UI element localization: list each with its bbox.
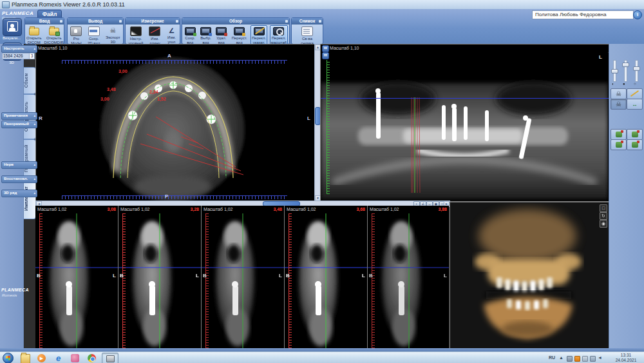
angle-icon: ∠ (166, 26, 176, 35)
move-volume-button[interactable]: ↔ (627, 99, 643, 110)
skull-clip-button[interactable]: ☠ (611, 99, 627, 110)
patient-name-dropdown[interactable]: Политова Любовь Федоровна (532, 10, 634, 19)
folder-plus-icon (49, 28, 59, 35)
save-view-button[interactable]: Сохр.вид (184, 25, 197, 46)
group-launcher-icon[interactable] (60, 20, 62, 23)
group-launcher-icon[interactable] (319, 20, 321, 23)
pinned-app-icon[interactable] (71, 354, 79, 362)
tab-volume[interactable]: Объем (24, 67, 36, 94)
ribbon-group-title: Ввод (25, 18, 64, 25)
pano-slice-tool[interactable] (627, 139, 643, 150)
slice-position-value: 3,68 (356, 206, 365, 213)
arch-adjust-icon (616, 142, 622, 148)
panoramic-view-canvas[interactable]: L (321, 52, 609, 201)
panoramic-slice-line[interactable] (321, 98, 609, 99)
tab-panoramic[interactable]: Панорамный (24, 139, 36, 178)
skull-render-button[interactable]: ☠ (611, 88, 627, 99)
slider-thumb[interactable] (611, 69, 618, 74)
clock-date: 24.04.2021 (611, 358, 641, 363)
monitor-save-icon (185, 27, 196, 35)
measurement-label[interactable]: 3,48 (107, 87, 116, 92)
orientation-marker-right: R (39, 115, 43, 121)
cross-section-slice[interactable]: Масштаб 1,023,88 B L (368, 206, 449, 348)
slice-vertical-ruler (122, 213, 126, 348)
levels-histogram-icon (130, 26, 142, 36)
panel-panoramic-header[interactable]: Панорамный▴ (1, 121, 37, 128)
marker-buccal: B (286, 273, 290, 279)
group-launcher-icon[interactable] (285, 20, 288, 23)
toggle-pointer-button[interactable]: Перекл.указат. (251, 25, 267, 46)
pano-curve-tool[interactable] (611, 129, 627, 140)
cross-section-slice[interactable]: Масштаб 1,023,28 B L (118, 206, 202, 348)
planmeca-logo-bottom: PLANMECA (1, 288, 29, 292)
group-launcher-icon[interactable] (119, 20, 122, 23)
update-tray-icon[interactable] (574, 356, 580, 362)
ribbon-group-output: Вывод ProModel Сохр.2D вид ☠ Экспорт3D (67, 17, 124, 44)
cross-section-slice[interactable]: Масштаб 1,023,68 B L (285, 206, 368, 348)
cross-section-slice[interactable]: Масштаб 1,023,48 B L (202, 206, 285, 348)
contrast-none-icon: ○ (634, 82, 636, 86)
panel-nerve-header[interactable]: Нерв▴ (1, 161, 37, 169)
info-icon[interactable]: i (633, 10, 642, 19)
module-visualization-button[interactable] (3, 18, 22, 36)
open-dicom-button[interactable]: ОткрытьDICOM (25, 25, 43, 46)
folder-icon (29, 28, 39, 35)
panel-adjust-header[interactable]: Настроить▴ (1, 45, 37, 53)
pano-settings-icon[interactable] (322, 52, 329, 59)
select-view-button[interactable]: Выбр.вид (199, 25, 213, 46)
chrome-icon[interactable] (88, 354, 96, 362)
tab-implant[interactable]: Имплантат (24, 178, 36, 219)
document-properties-icon (301, 26, 313, 36)
slider-thumb[interactable] (633, 66, 640, 71)
media-player-icon[interactable]: ▶ (37, 354, 46, 362)
marker-lingual: L (113, 273, 116, 279)
explorer-icon[interactable] (21, 354, 30, 363)
group-launcher-icon[interactable] (176, 20, 178, 23)
taskbar-clock[interactable]: 13:31 24.04.2021 (611, 353, 641, 363)
pano-layout-icon[interactable] (322, 45, 329, 52)
slice-vertical-ruler (289, 213, 292, 348)
network-tray-icon[interactable] (590, 356, 596, 362)
internet-explorer-icon[interactable]: e (54, 354, 62, 362)
arch-slice-icon (632, 142, 638, 148)
camera-icon[interactable]: ◉ (600, 220, 607, 228)
cross-section-slice[interactable]: Масштаб 1,023,08 B L (35, 206, 118, 348)
measurement-label[interactable]: 3,00 (100, 97, 109, 101)
panel-restore-header[interactable]: Восстановл.▴ (1, 175, 37, 183)
slider-thumb[interactable] (622, 63, 629, 67)
pano-adjust-tool[interactable] (611, 139, 627, 150)
slice-vertical-ruler (205, 213, 209, 348)
pencil-icon (630, 90, 639, 97)
volume-3d-panel[interactable]: □ ↻ ◉ (450, 202, 610, 349)
panel-3d-row-header[interactable]: 3D ряд▴ (1, 190, 37, 197)
measure-angle-button[interactable]: ∠ Изм.угол (165, 25, 178, 45)
maximize-view-icon[interactable]: □ (600, 204, 607, 212)
delete-view-button[interactable]: Удал.вид (214, 25, 228, 46)
start-button[interactable] (3, 353, 14, 363)
display-tray-icon[interactable] (567, 356, 573, 362)
measurement-label[interactable]: 2,34 (149, 90, 158, 94)
active-app-romexis-button[interactable] (102, 353, 118, 363)
slice-position-value: 3,28 (190, 206, 199, 213)
toggle-zoom-button[interactable]: Перекл.масштаб (270, 25, 289, 46)
rotate-view-icon[interactable]: ↻ (600, 212, 607, 220)
show-hidden-icons[interactable]: ▲ (559, 355, 564, 360)
action-center-icon[interactable] (582, 356, 588, 362)
reset-view-button[interactable]: Переуст.вид (231, 25, 249, 46)
axial-view-canvas[interactable]: A R L P 3,00 3,48 3,00 2,34 1,52 (36, 52, 315, 201)
draw-line-button[interactable] (627, 88, 643, 99)
volume-tray-icon[interactable]: ◄ (598, 355, 602, 360)
language-indicator[interactable]: RU (549, 355, 555, 360)
panel-annotations-header[interactable]: Примечания▴ (1, 112, 37, 120)
ribbon: PLANMECA Romexis Файл Политова Любовь Фе… (0, 9, 644, 44)
marker-lingual: L (196, 273, 199, 279)
skull-icon: ☠ (616, 90, 621, 97)
export-3d-button[interactable]: ☠ Экспорт3D (104, 25, 122, 45)
clock-time: 13:31 (611, 353, 641, 358)
open-dicomdir-button[interactable]: ОткрытьDICOMDIR (43, 25, 65, 46)
pano-erase-tool[interactable] (627, 129, 643, 140)
sharpness-slider[interactable] (635, 60, 638, 82)
measurement-label[interactable]: 3,00 (118, 69, 128, 74)
marker-buccal: B (369, 273, 373, 279)
measurement-label[interactable]: 1,52 (157, 97, 166, 101)
